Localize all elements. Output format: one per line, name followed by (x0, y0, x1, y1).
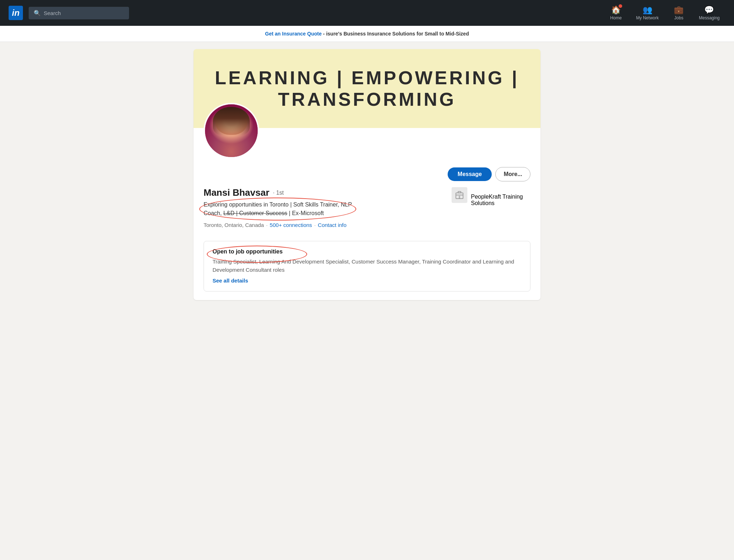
headline-line2-strike: L&D | Customer Success (223, 210, 287, 216)
ad-banner: Get an Insurance Quote - isure's Busines… (0, 26, 734, 42)
connections-link[interactable]: 500+ connections (270, 222, 312, 228)
profile-right: PeopleKraft Training Solutions (452, 187, 530, 228)
nav-item-home[interactable]: 🏠 Home (603, 3, 629, 23)
profile-headline: Exploring opportunities in Toronto | Sof… (204, 200, 352, 218)
search-input[interactable] (44, 10, 124, 16)
message-button[interactable]: Message (448, 167, 492, 181)
nav-item-jobs-label: Jobs (674, 15, 683, 20)
profile-name: Mansi Bhavsar · 1st (204, 187, 443, 198)
nav-item-my-network[interactable]: 👥 My Network (630, 3, 664, 23)
nav-item-home-label: Home (610, 15, 622, 20)
nav-item-messaging[interactable]: 💬 Messaging (693, 3, 725, 23)
more-button[interactable]: More... (495, 167, 530, 181)
avatar-wrapper (204, 103, 259, 158)
connection-badge: · 1st (273, 190, 284, 196)
headline-line2-end: | Ex-Microsoft (287, 210, 324, 216)
avatar (204, 103, 259, 158)
contact-info-link[interactable]: Contact info (318, 222, 347, 228)
profile-location: Toronto, Ontario, Canada · 500+ connecti… (204, 222, 443, 228)
headline-line2-normal: Coach, (204, 210, 223, 216)
ad-link[interactable]: Get an Insurance Quote (265, 31, 322, 37)
actions-row: Message More... (204, 163, 530, 181)
see-all-link[interactable]: See all details (213, 277, 248, 284)
nav-item-messaging-label: Messaging (699, 15, 720, 20)
company-name: PeopleKraft Training Solutions (471, 187, 530, 207)
my-network-icon: 👥 (643, 5, 652, 15)
nav-items: 🏠 Home 👥 My Network 💼 Jobs 💬 Messaging (603, 3, 725, 23)
ad-text: isure's Business Insurance Solutions for… (326, 31, 469, 37)
home-icon: 🏠 (611, 5, 621, 15)
messaging-icon: 💬 (704, 5, 714, 15)
svg-rect-1 (458, 191, 461, 193)
dot-separator-1: · (266, 222, 267, 228)
open-to-work-desc: Training Specialist, Learning And Develo… (213, 258, 521, 274)
company-icon (452, 187, 467, 203)
notification-dot (619, 4, 622, 8)
svg-rect-3 (459, 196, 460, 199)
navbar: in 🔍 🏠 Home 👥 My Network 💼 Jobs 💬 Messag… (0, 0, 734, 26)
ad-separator: - (321, 31, 326, 37)
nav-item-my-network-label: My Network (636, 15, 659, 20)
location-text: Toronto, Ontario, Canada (204, 222, 264, 228)
name-text: Mansi Bhavsar (204, 187, 270, 198)
open-to-work-header: Open to job opportunities (213, 248, 521, 255)
open-to-work-card: Open to job opportunities Training Speci… (204, 241, 530, 291)
dot-separator-2: · (314, 222, 316, 228)
search-icon: 🔍 (34, 10, 41, 16)
main-content: LEARNING | EMPOWERING | TRANSFORMING Mes… (188, 49, 546, 300)
profile-left: Mansi Bhavsar · 1st Exploring opportunit… (204, 187, 443, 228)
profile-card: LEARNING | EMPOWERING | TRANSFORMING Mes… (194, 49, 540, 300)
linkedin-logo[interactable]: in (9, 6, 23, 20)
profile-info: Mansi Bhavsar · 1st Exploring opportunit… (204, 187, 530, 228)
open-to-work-title: Open to job opportunities (213, 248, 283, 255)
headline-wrapper: Exploring opportunities in Toronto | Sof… (204, 200, 352, 218)
profile-section: Message More... Mansi Bhavsar · 1st Expl… (194, 128, 540, 237)
search-bar[interactable]: 🔍 (29, 7, 129, 19)
jobs-icon: 💼 (674, 5, 683, 15)
nav-item-jobs[interactable]: 💼 Jobs (666, 3, 692, 23)
avatar-photo (205, 104, 258, 157)
headline-line1: Exploring opportunities in Toronto | Sof… (204, 201, 352, 208)
